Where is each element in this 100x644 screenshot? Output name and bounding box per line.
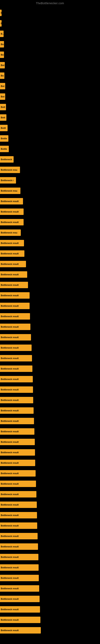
bar: Bottle — [0, 135, 8, 142]
bar-label: Bottleneck result — [1, 252, 19, 255]
bar-row: Bottleneck resu — [0, 186, 100, 196]
bar-label: Bo — [1, 43, 4, 46]
bar-label: Bottleneck result — [1, 399, 19, 401]
bar-label: Bottleneck result — [1, 242, 19, 244]
bar-label: Bottleneck result — [1, 294, 19, 297]
bar-label: Bot — [1, 64, 4, 66]
bar-row: Bot — [0, 60, 100, 70]
bar: Bottleneck result — [0, 198, 23, 204]
bar-label: Bottleneck result — [1, 357, 19, 360]
bar: Bottleneck result — [0, 208, 24, 215]
bar: Bottleneck result — [0, 418, 34, 424]
bar: Bottleneck result — [0, 292, 30, 299]
bar-label: Bottleneck result — [1, 619, 19, 621]
bar-label: Bottleneck result — [1, 409, 19, 412]
bar-label: B — [1, 12, 1, 14]
bar-row: B — [0, 18, 100, 28]
bar: Bottleneck result — [0, 617, 40, 623]
bar-row: Bottleneck — [0, 154, 100, 164]
bar-label: Bottleneck result — [1, 482, 19, 485]
bar-label: Bottleneck result — [1, 493, 19, 496]
bar-row: Bottleneck result — [0, 625, 100, 636]
bar-label: Bo — [1, 32, 3, 35]
bar-label: Bottleneck resu — [1, 232, 17, 234]
bar: B — [0, 20, 1, 26]
bar-row: Bottleneck result — [0, 520, 100, 531]
bar: Bottleneck r — [0, 177, 16, 184]
bar-label: Bottleneck result — [1, 629, 19, 632]
bar-row: Bottleneck result — [0, 489, 100, 500]
bar: Bottleneck result — [0, 480, 36, 487]
bar-label: Bottleneck result — [1, 546, 19, 548]
bar: Bottleneck result — [0, 596, 40, 602]
bar-label: Bo — [1, 54, 4, 56]
bar-label: Bottleneck result — [1, 368, 19, 370]
bar: Bottleneck result — [0, 240, 24, 246]
bar: Bottleneck result — [0, 271, 27, 278]
bar: Bottleneck result — [0, 324, 30, 330]
bar-label: Bottleneck r — [1, 179, 14, 182]
bar-label: Bottleneck result — [1, 430, 19, 433]
bar-label: Bottleneck resu — [1, 169, 17, 171]
bar: Bottleneck result — [0, 554, 38, 560]
bar-label: Bottleneck result — [1, 315, 19, 318]
bar: Bo — [0, 41, 4, 48]
bars-container: BBBoBoBoBotBoBotBotBottBottBottlBottleBo… — [0, 6, 100, 638]
bar: Bottleneck result — [0, 460, 35, 466]
bar-row: Bottleneck result — [0, 604, 100, 614]
bar: Bottleneck result — [0, 386, 33, 393]
bar-label: Bottleneck result — [1, 221, 19, 224]
bar-row: Bottleneck result — [0, 573, 100, 583]
bar-label: B — [1, 22, 1, 24]
bar: Bottleneck result — [0, 585, 39, 592]
bar: Bottleneck result — [0, 344, 32, 351]
bar-label: Bottleneck result — [1, 200, 19, 202]
bar-label: Bottleneck result — [1, 577, 19, 579]
bar-row: Bottleneck result — [0, 552, 100, 562]
bar-row: Bot — [0, 91, 100, 102]
bar-label: Bottleneck result — [1, 451, 19, 454]
bar-label: Bottleneck resu — [1, 190, 17, 192]
bar-row: Bottleneck resu — [0, 228, 100, 238]
bar-row: Bo — [0, 50, 100, 60]
bar-row: Bottleneck result — [0, 562, 100, 573]
bar-label: Bottleneck result — [1, 462, 19, 464]
bar-row: Bottleneck result — [0, 322, 100, 332]
bar-row: Bottleneck result — [0, 238, 100, 248]
bar: Bottleneck result — [0, 313, 30, 320]
bar: Bot — [0, 62, 5, 68]
bar: Bottleneck result — [0, 533, 38, 539]
bar-label: Bo — [1, 74, 4, 77]
bar-label: Bottle — [1, 137, 7, 140]
bar: Bott — [0, 104, 6, 110]
bar-row: Bottleneck resu — [0, 164, 100, 175]
bar-row: Bottleneck result — [0, 259, 100, 269]
bar-label: Bottleneck result — [1, 556, 19, 558]
bar: Bott — [0, 114, 6, 121]
bar: Bottl — [0, 125, 8, 131]
bar-label: Bottl — [1, 127, 6, 129]
bar-row: Bott — [0, 112, 100, 123]
bar: Bottleneck result — [0, 261, 26, 267]
bar: Bottleneck resu — [0, 230, 21, 236]
bar-label: Bottleneck result — [1, 566, 19, 569]
bar: Bottleneck resu — [0, 188, 20, 194]
bar-label: Bottleneck result — [1, 420, 19, 422]
bar: Bottleneck result — [0, 250, 24, 257]
bar-label: Bottleneck result — [1, 608, 19, 610]
bar-row: Bottleneck result — [0, 500, 100, 510]
bar-row: Bottleneck result — [0, 206, 100, 217]
bar: Bottleneck result — [0, 376, 33, 382]
bar-row: Bottleneck result — [0, 217, 100, 228]
bar: Bo — [0, 30, 3, 37]
bar: Bottleneck result — [0, 544, 38, 550]
bar-row: Bot — [0, 81, 100, 91]
bar-row: Bo — [0, 28, 100, 39]
bar-row: Bottleneck result — [0, 290, 100, 301]
bar-row: Bottleneck result — [0, 353, 100, 364]
bar-label: Bottle — [1, 148, 7, 150]
bar-row: Bottleneck result — [0, 196, 100, 206]
bar-row: Bottleneck result — [0, 405, 100, 416]
bar: Bottleneck result — [0, 282, 28, 288]
bar: Bottleneck result — [0, 428, 34, 435]
